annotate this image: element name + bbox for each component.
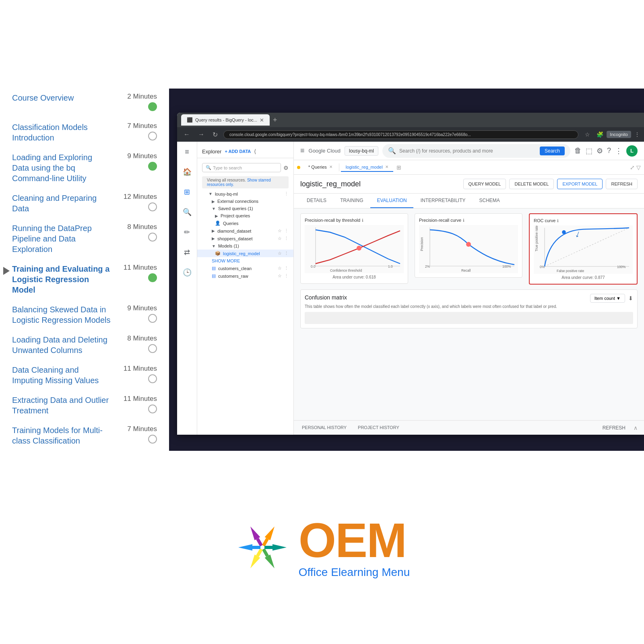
sidebar-item-extracting-outlier[interactable]: Extracting Data and Outlier Treatment 11…: [12, 395, 157, 418]
item-count-button[interactable]: Item count ▼: [590, 294, 625, 303]
sidebar-item-loading-deleting[interactable]: Loading Data and Deleting Unwanted Colum…: [12, 334, 157, 357]
copy-icon[interactable]: ⬚: [586, 147, 592, 155]
tree-star-icon[interactable]: ☆: [278, 251, 282, 256]
tree-item-show-more[interactable]: SHOW MORE: [197, 257, 293, 264]
apps-icon[interactable]: ⋮: [615, 147, 622, 155]
user-avatar[interactable]: L: [626, 145, 638, 157]
refresh-button[interactable]: ↻: [210, 130, 220, 139]
status-dot-green: [148, 102, 157, 111]
delete-model-button[interactable]: DELETE MODEL: [509, 179, 554, 189]
tab-logistic-model[interactable]: logistic_reg_model ✕: [341, 163, 393, 172]
chevron-right-icon: ▶: [212, 236, 215, 241]
sidebar-item-loading-exploring[interactable]: Loading and Exploring Data using the bq …: [12, 152, 157, 186]
sidebar-item-balancing-skewed[interactable]: Balancing Skewed Data in Logistic Regres…: [12, 304, 157, 327]
tab-project-history[interactable]: PROJECT HISTORY: [356, 422, 401, 434]
tree-item-logistic-model[interactable]: 📦 logistic_reg_model ☆ ⋮: [197, 250, 293, 257]
sidebar-item-running-dataprep[interactable]: Running the DataPrep Pipeline and Data E…: [12, 223, 157, 256]
tab-personal-history[interactable]: PERSONAL HISTORY: [300, 422, 348, 434]
bigquery-container: ≡ 🏠 ⊞ 🔍 ✏ ⇄ 🕒 Explorer + ADD DATA ⟨: [177, 142, 644, 435]
expand-tabs-icon[interactable]: ⊞: [396, 164, 401, 171]
tab-queries-close[interactable]: ✕: [329, 165, 332, 169]
precision-recall-threshold-chart: Precision-recall by threshold ℹ: [300, 213, 408, 284]
sidebar-item-cleaning-preparing[interactable]: Cleaning and Preparing Data 12 Minutes: [12, 193, 157, 216]
tree-item-project[interactable]: ▼ lousy-bq-ml ⋮: [197, 190, 293, 198]
status-dot-gray: [148, 374, 157, 383]
tree-item-shoppers-dataset[interactable]: ▶ shoppers_dataset ☆ ⋮: [197, 235, 293, 242]
tree-item-queries[interactable]: 👤 Queries: [197, 219, 293, 227]
tree-item-customers-raw[interactable]: ▤ customers_raw ☆ ⋮: [197, 272, 293, 280]
download-icon[interactable]: ⬇: [628, 295, 633, 301]
tree-star-icon[interactable]: ☆: [278, 266, 282, 271]
project-selector[interactable]: lousy-bq-ml: [345, 146, 378, 156]
tree-item-project-queries[interactable]: ▶ Project queries: [197, 212, 293, 219]
model-header: logistic_reg_model QUERY MODEL DELETE MO…: [294, 175, 644, 194]
extension-icon[interactable]: 🧩: [597, 131, 603, 138]
tree-menu-icon[interactable]: ⋮: [284, 236, 289, 241]
help-icon[interactable]: ?: [607, 147, 611, 155]
oem-text-section: OEM Office Elearning Menu: [299, 516, 410, 579]
hamburger-icon[interactable]: ≡: [300, 147, 305, 155]
search-button[interactable]: Search: [540, 147, 565, 155]
tab-queries[interactable]: * Queries ✕: [303, 163, 337, 172]
tree-menu-icon[interactable]: ⋮: [284, 273, 289, 279]
account-circle-icon[interactable]: ⚙: [597, 147, 603, 155]
tree-item-customers-clean[interactable]: ▤ customers_clean ☆ ⋮: [197, 264, 293, 272]
export-model-button[interactable]: EXPORT MODEL: [557, 179, 603, 189]
bq-explorer-sidebar: Explorer + ADD DATA ⟨ 🔍 Type to search ⚙…: [197, 142, 294, 435]
svg-rect-26: [264, 546, 272, 549]
nav-home-icon[interactable]: 🏠: [181, 166, 193, 178]
sidebar-item-course-overview[interactable]: Course Overview 2 Minutes: [12, 93, 157, 115]
tree-item-saved-queries[interactable]: ▼ Saved queries (1): [197, 205, 293, 212]
collapse-icon[interactable]: ⟨: [254, 148, 256, 155]
tab-close-icon[interactable]: ✕: [260, 117, 264, 123]
nav-menu-icon[interactable]: ≡: [181, 146, 193, 158]
sidebar-item-data-cleaning[interactable]: Data Cleaning and Imputing Missing Value…: [12, 365, 157, 388]
refresh-bottom-button[interactable]: REFRESH: [603, 425, 625, 431]
tree-menu-icon[interactable]: ⋮: [284, 266, 289, 271]
charts-row: Precision-recall by threshold ℹ: [300, 213, 638, 285]
add-data-button[interactable]: + ADD DATA: [225, 149, 251, 154]
sidebar-item-training-multiclass[interactable]: Training Models for Multi-class Classifi…: [12, 425, 157, 448]
tree-star-icon[interactable]: ☆: [278, 228, 282, 233]
tree-star-icon[interactable]: ☆: [278, 273, 282, 279]
forward-button[interactable]: →: [196, 130, 207, 139]
tree-menu-icon[interactable]: ⋮: [284, 228, 289, 233]
tab-evaluation[interactable]: EVALUATION: [370, 194, 413, 208]
tree-item-models[interactable]: ▼ Models (1): [197, 242, 293, 250]
nav-search-bq-icon[interactable]: 🔍: [181, 206, 193, 218]
sidebar-item-classification-models[interactable]: Classification Models Introduction 7 Min…: [12, 122, 157, 145]
tab-training[interactable]: TRAINING: [334, 194, 369, 208]
nav-data-icon[interactable]: ⊞: [181, 186, 193, 198]
collapse-panel-icon[interactable]: ▽: [636, 164, 641, 171]
refresh-model-button[interactable]: REFRESH: [606, 179, 638, 189]
restore-icon[interactable]: ⤢: [630, 164, 635, 171]
bq-left-nav: ≡ 🏠 ⊞ 🔍 ✏ ⇄ 🕒: [177, 142, 197, 435]
tree-star-icon[interactable]: ☆: [278, 236, 282, 241]
browser-tab[interactable]: ⬛ Query results - BigQuery - loc... ✕: [181, 114, 270, 126]
tab-details[interactable]: DETAILS: [300, 194, 333, 208]
bottom-logo-area: OEM Office Elearning Menu: [0, 451, 644, 644]
menu-dots-icon[interactable]: ⋮: [634, 131, 640, 138]
bq-search-box[interactable]: 🔍 Type to search: [202, 163, 281, 172]
nav-history-icon[interactable]: 🕒: [181, 266, 193, 279]
tab-model-close[interactable]: ✕: [385, 165, 388, 169]
new-tab-icon[interactable]: +: [273, 116, 277, 124]
tree-item-action[interactable]: ⋮: [284, 191, 289, 196]
chevron-up-icon[interactable]: ∧: [634, 425, 638, 431]
tree-item-external-connections[interactable]: ▶ External connections: [197, 198, 293, 205]
trash-icon[interactable]: 🗑: [574, 147, 582, 155]
sidebar-item-training-evaluating[interactable]: Training and Evaluating a Logistic Regre…: [12, 264, 157, 297]
tab-interpretability[interactable]: INTERPRETABILITY: [414, 194, 472, 208]
back-button[interactable]: ←: [181, 130, 192, 139]
tab-schema[interactable]: SCHEMA: [473, 194, 506, 208]
star-icon[interactable]: ☆: [582, 130, 593, 138]
search-input[interactable]: [399, 148, 537, 154]
show-starred-link[interactable]: Show starred resources only.: [207, 178, 271, 187]
query-model-button[interactable]: QUERY MODEL: [463, 179, 506, 189]
address-input[interactable]: console.cloud.google.com/bigquery?projec…: [223, 130, 578, 139]
nav-transfer-icon[interactable]: ⇄: [181, 246, 193, 258]
nav-compose-icon[interactable]: ✏: [181, 226, 193, 238]
tree-item-diamond-dataset[interactable]: ▶ diamond_dataset ☆ ⋮: [197, 227, 293, 235]
tree-menu-icon[interactable]: ⋮: [284, 251, 289, 256]
search-settings-icon[interactable]: ⚙: [283, 165, 289, 171]
